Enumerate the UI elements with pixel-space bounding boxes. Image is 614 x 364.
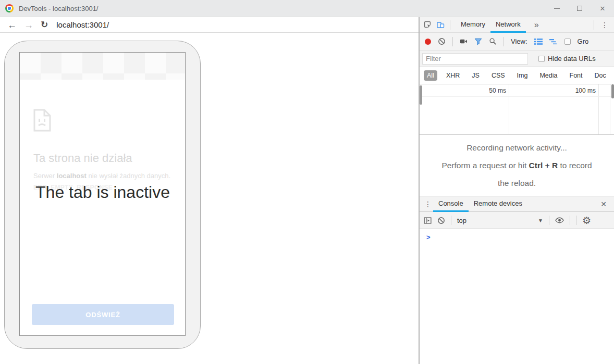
drawer-overflow-menu-icon[interactable]: ⋮ <box>423 200 433 208</box>
network-status-message: Recording network activity... Perform a … <box>420 135 614 196</box>
timeline-header-border <box>420 96 614 97</box>
window-title: DevTools - localhost:3001/ <box>19 5 98 12</box>
status-line-2: Perform a request or hit Ctrl + R to rec… <box>441 157 592 174</box>
maximize-button[interactable] <box>568 0 591 17</box>
drawer-close-icon[interactable]: ✕ <box>600 200 607 208</box>
divider <box>570 216 570 225</box>
drawer-tabbar: ⋮ ConsoleRemote devices ✕ <box>420 196 614 212</box>
filter-chip[interactable]: All <box>424 70 437 81</box>
filter-chip[interactable]: XHR <box>443 70 463 81</box>
hide-data-urls-checkbox[interactable] <box>538 56 545 62</box>
clear-network-icon[interactable] <box>438 37 446 45</box>
status-line-1: Recording network activity... <box>466 139 567 157</box>
reload-icon[interactable]: ↻ <box>41 20 48 29</box>
minimize-button[interactable] <box>545 0 568 17</box>
divider <box>450 20 450 30</box>
scrollbar-thumb[interactable] <box>420 85 422 105</box>
chrome-logo-icon <box>5 4 14 12</box>
window-controls: ✕ <box>545 0 614 17</box>
gridline <box>598 84 599 134</box>
url-field[interactable]: localhost:3001/ <box>56 20 109 29</box>
large-rows-icon[interactable] <box>534 38 543 45</box>
forward-icon[interactable]: → <box>24 20 33 30</box>
view-label: View: <box>511 37 527 45</box>
maximize-icon <box>577 6 582 11</box>
browser-navbar: ← → ↻ localhost:3001/ <box>0 17 419 33</box>
filter-chip[interactable]: Doc <box>592 70 609 81</box>
timeline-tick: 50 ms <box>420 87 506 94</box>
divider <box>594 20 594 30</box>
page-pane: ← → ↻ localhost:3001/ <box>0 17 419 364</box>
devtools-pane: MemoryNetwork » ⋮ <box>419 17 614 364</box>
back-icon[interactable]: ← <box>7 20 17 30</box>
divider <box>549 216 549 225</box>
divider <box>451 216 451 225</box>
refresh-page-button[interactable]: ODŚWIEŻ <box>32 304 174 325</box>
minimize-icon <box>554 8 560 9</box>
drawer-tabs: ConsoleRemote devices <box>433 196 527 211</box>
transparency-checkerboard <box>20 53 185 80</box>
hide-data-urls-label: Hide data URLs <box>548 55 596 62</box>
sad-page-icon <box>33 109 51 132</box>
close-icon: ✕ <box>600 5 606 12</box>
filter-input[interactable] <box>422 53 528 65</box>
window-body: ← → ↻ localhost:3001/ <box>0 17 614 364</box>
status-line-3: the reload. <box>498 174 536 192</box>
console-settings-gear-icon[interactable]: ⚙ <box>582 216 591 225</box>
devtools-tabs: MemoryNetwork <box>456 17 526 32</box>
devtools-tab[interactable]: Memory <box>456 17 490 33</box>
filter-chip[interactable]: Media <box>536 70 560 81</box>
record-dot <box>425 39 431 45</box>
divider <box>504 37 504 46</box>
network-filter-row: Hide data URLs <box>420 51 614 67</box>
device-toolbar-icon[interactable] <box>437 21 445 29</box>
record-network-icon[interactable] <box>425 39 431 45</box>
title-bar: DevTools - localhost:3001/ ✕ <box>0 0 614 17</box>
console-prompt-chevron[interactable]: > <box>426 233 431 241</box>
console-toolbar: top ▼ ⚙ <box>420 212 614 229</box>
more-tabs-icon[interactable]: » <box>531 20 542 30</box>
devtools-tabbar: MemoryNetwork » ⋮ <box>420 17 614 33</box>
network-waterfall[interactable]: 50 ms 100 ms <box>420 84 614 135</box>
timeline-tick: 100 ms <box>509 87 596 94</box>
network-toolbar: View: Gro <box>420 33 614 51</box>
scrollbar-thumb[interactable] <box>611 84 614 98</box>
console-output[interactable]: > <box>420 229 614 364</box>
divider <box>576 216 576 225</box>
console-drawer: ⋮ ConsoleRemote devices ✕ top ▼ <box>420 196 614 364</box>
show-overview-icon[interactable] <box>549 38 558 45</box>
tab-inactive-overlay: The tab is inactive <box>35 183 170 202</box>
console-sidebar-toggle-icon[interactable] <box>424 217 432 224</box>
filter-chip[interactable]: Img <box>514 70 531 81</box>
group-by-frame-label: Gro <box>578 37 589 45</box>
drawer-tab[interactable]: Console <box>433 196 469 212</box>
divider <box>452 37 453 46</box>
filter-chip[interactable]: Font <box>567 70 586 81</box>
capture-screenshots-icon[interactable] <box>460 38 468 45</box>
group-by-frame-checkbox[interactable] <box>564 39 571 45</box>
overflow-menu-icon[interactable]: ⋮ <box>599 21 610 29</box>
clear-console-icon[interactable] <box>437 217 445 224</box>
error-page-message: Serwer localhost nie wysłał żadnych dany… <box>33 172 170 180</box>
gridline <box>610 84 610 134</box>
inspect-element-icon[interactable] <box>424 21 432 29</box>
context-value: top <box>457 217 466 224</box>
chevron-down-icon: ▼ <box>538 218 543 223</box>
drawer-tab[interactable]: Remote devices <box>469 196 527 212</box>
devtools-tab[interactable]: Network <box>490 17 526 33</box>
execution-context-selector[interactable]: top ▼ <box>457 217 543 224</box>
filter-chip[interactable]: CSS <box>488 70 508 81</box>
device-emulation-viewport: Ta strona nie działa Serwer localhost ni… <box>0 33 419 364</box>
live-expression-eye-icon[interactable] <box>555 217 564 223</box>
request-type-filters: AllXHRJSCSSImgMediaFontDocWSMa <box>420 67 614 84</box>
devtools-window: DevTools - localhost:3001/ ✕ ← → ↻ local… <box>0 0 614 364</box>
filter-funnel-icon[interactable] <box>474 37 482 45</box>
error-page-title: Ta strona nie działa <box>33 152 132 165</box>
close-button[interactable]: ✕ <box>591 0 614 17</box>
search-icon[interactable] <box>489 37 497 45</box>
filter-chip[interactable]: JS <box>469 70 483 81</box>
